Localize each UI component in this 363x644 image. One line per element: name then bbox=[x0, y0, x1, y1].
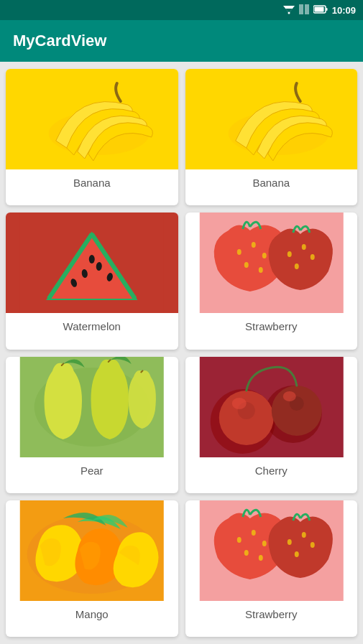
fruit-card-watermelon[interactable]: Watermelon bbox=[6, 213, 178, 349]
signal-icon bbox=[299, 4, 309, 17]
svg-point-25 bbox=[262, 253, 266, 258]
svg-rect-7 bbox=[326, 8, 327, 11]
fruit-label-mango: Mango bbox=[6, 601, 178, 627]
fruit-label-strawberry-1: Strawberry bbox=[185, 313, 358, 340]
svg-point-28 bbox=[287, 251, 291, 257]
status-bar: 10:09 bbox=[0, 0, 363, 20]
svg-point-24 bbox=[251, 242, 255, 248]
svg-point-54 bbox=[294, 551, 298, 557]
fruit-card-mango[interactable]: Mango bbox=[6, 500, 178, 637]
app-title: MyCardView bbox=[13, 32, 106, 50]
fruit-card-banana-2[interactable]: Banana bbox=[185, 69, 358, 205]
svg-point-30 bbox=[310, 254, 314, 260]
fruit-image-strawberry-1 bbox=[185, 213, 358, 313]
fruit-card-banana-1[interactable]: Banana bbox=[6, 69, 178, 205]
fruit-label-pear: Pear bbox=[6, 457, 178, 484]
fruit-label-banana-2: Banana bbox=[185, 169, 358, 196]
fruit-card-strawberry-2[interactable]: Strawberry bbox=[185, 500, 358, 637]
svg-point-49 bbox=[244, 550, 248, 556]
battery-icon bbox=[313, 5, 328, 16]
fruit-card-strawberry-1[interactable]: Strawberry bbox=[185, 213, 358, 349]
fruit-image-mango bbox=[6, 500, 178, 601]
svg-point-23 bbox=[236, 249, 241, 255]
fruit-label-cherry: Cherry bbox=[185, 457, 358, 484]
fruit-image-banana-2 bbox=[185, 69, 358, 169]
svg-point-51 bbox=[287, 539, 291, 545]
fruit-image-strawberry-2 bbox=[185, 500, 358, 601]
fruit-grid: Banana Banana bbox=[0, 62, 363, 644]
fruit-card-pear[interactable]: Pear bbox=[6, 357, 178, 493]
fruit-image-banana-1 bbox=[6, 69, 178, 169]
svg-point-41 bbox=[231, 398, 246, 409]
svg-point-27 bbox=[258, 267, 262, 273]
app-bar: MyCardView bbox=[0, 20, 363, 62]
svg-rect-6 bbox=[314, 6, 323, 11]
fruit-image-pear bbox=[6, 357, 178, 457]
svg-point-31 bbox=[294, 263, 298, 269]
svg-point-29 bbox=[301, 244, 305, 250]
svg-point-48 bbox=[262, 541, 266, 546]
fruit-label-strawberry-2: Strawberry bbox=[185, 601, 358, 627]
svg-point-52 bbox=[301, 532, 305, 538]
svg-point-50 bbox=[258, 555, 262, 561]
svg-point-42 bbox=[282, 391, 295, 401]
svg-point-53 bbox=[310, 542, 314, 548]
fruit-label-banana-1: Banana bbox=[6, 169, 178, 196]
wifi-icon bbox=[283, 4, 295, 17]
fruit-image-cherry bbox=[185, 357, 358, 457]
svg-point-26 bbox=[244, 262, 248, 268]
status-time: 10:09 bbox=[332, 5, 356, 16]
svg-point-47 bbox=[251, 530, 255, 536]
svg-point-21 bbox=[89, 255, 95, 263]
svg-point-2 bbox=[288, 11, 290, 14]
svg-point-46 bbox=[236, 537, 241, 543]
fruit-card-cherry[interactable]: Cherry bbox=[185, 357, 358, 493]
fruit-label-watermelon: Watermelon bbox=[6, 313, 178, 340]
fruit-image-watermelon bbox=[6, 213, 178, 313]
